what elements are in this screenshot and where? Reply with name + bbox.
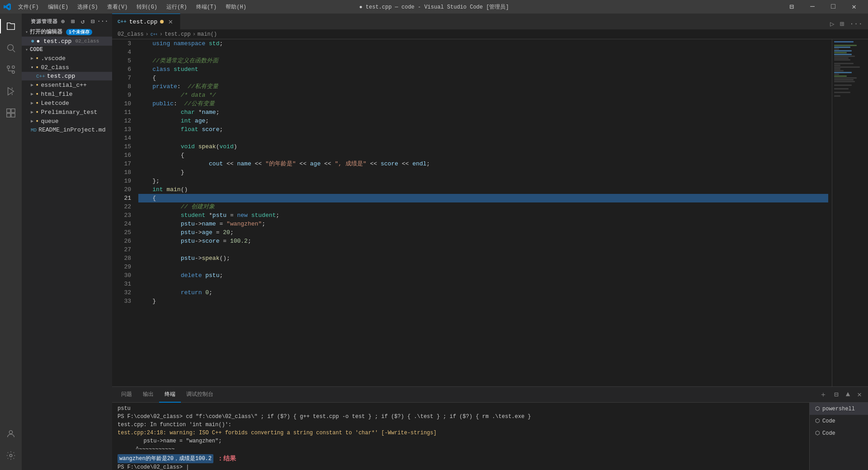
new-folder-button[interactable]: ⊞ [69, 17, 77, 25]
code-line-31 [138, 280, 828, 288]
folder-02class[interactable]: ▾ ▪ 02_class [22, 63, 112, 72]
activitybar-bottom [0, 423, 22, 470]
activitybar-explorer[interactable] [0, 15, 22, 37]
menu-view[interactable]: 查看(V) [104, 2, 132, 12]
breadcrumb: 02_class › C++ › test.cpp › main() [112, 29, 868, 39]
sidebar-tree: ▾ 打开的编辑器 1个未保存 ● ● test.cpp 02_class ▾ C… [22, 27, 112, 470]
menu-run[interactable]: 运行(R) [163, 2, 191, 12]
breadcrumb-part-3[interactable]: test.cpp [165, 31, 191, 38]
folder-queue-icon: ▪ [35, 118, 39, 125]
collapse-all-button[interactable]: ⊟ [89, 17, 97, 25]
code-icon-1: ⬡ [815, 418, 820, 424]
folder-essential[interactable]: ▶ ▪ essential_c++ [22, 80, 112, 89]
menu-help[interactable]: 帮助(H) [222, 2, 250, 12]
code-line-13: float score; [138, 125, 828, 134]
folder-vscode[interactable]: ▶ ▪ .vscode [22, 54, 112, 63]
minimize-button[interactable]: ─ [802, 0, 823, 14]
open-editors-header[interactable]: ▾ 打开的编辑器 1个未保存 [22, 27, 112, 37]
activitybar-source-control[interactable] [0, 59, 22, 80]
folder-html-label: html_file [41, 91, 72, 98]
svg-line-1 [13, 50, 15, 52]
window-title: ● test.cpp — code - Visual Studio Code [… [359, 3, 509, 11]
result-label: ：结果 [217, 455, 236, 463]
activitybar-extensions[interactable] [0, 102, 22, 124]
tab-test-cpp[interactable]: C++ test.cpp ✕ [112, 14, 180, 29]
code-content[interactable]: using namespace std; //类通常定义在函数外面 class … [135, 39, 832, 386]
activitybar-account[interactable] [0, 423, 22, 445]
activitybar-search[interactable] [0, 37, 22, 59]
maximize-panel-button[interactable]: ▲ [843, 390, 853, 400]
menu-edit[interactable]: 编辑(E) [44, 2, 72, 12]
refresh-button[interactable]: ↺ [79, 17, 87, 25]
close-panel-button[interactable]: ✕ [854, 389, 864, 400]
panel-tab-terminal[interactable]: 终端 [159, 387, 181, 403]
activitybar-settings[interactable] [0, 445, 22, 466]
open-editors-section[interactable]: ▾ 打开的编辑器 1个未保存 ● ● test.cpp 02_class [22, 27, 112, 46]
panel-tab-problems[interactable]: 问题 [116, 387, 137, 403]
minimap[interactable] [832, 39, 868, 386]
menu-terminal[interactable]: 终端(T) [193, 2, 221, 12]
run-button[interactable]: ▷ [828, 19, 836, 29]
folder-preliminary[interactable]: ▶ ▪ Preliminary_test [22, 108, 112, 117]
new-file-button[interactable]: ⊕ [59, 17, 67, 25]
powershell-icon: ⬡ [815, 405, 820, 412]
folder-icon: ▪ [35, 55, 39, 62]
code-line-21: { [138, 194, 828, 202]
code-line-25: pstu->age = 20; [138, 228, 828, 237]
code-line-33: } [138, 297, 828, 306]
activitybar-run-debug[interactable] [0, 80, 22, 102]
workspace-header[interactable]: ▾ CODE [22, 46, 112, 54]
terminal-item-powershell[interactable]: ⬡ powershell [810, 403, 868, 415]
cpp-tab-icon: C++ [118, 19, 127, 24]
sidebar-header: 资源管理器 ⊕ ⊞ ↺ ⊟ ··· [22, 14, 112, 27]
code-line-5: //类通常定义在函数外面 [138, 56, 828, 65]
more-editor-button[interactable]: ··· [848, 19, 864, 29]
svg-point-2 [7, 66, 10, 69]
breadcrumb-part-4[interactable]: main() [198, 31, 217, 38]
panel-tab-output[interactable]: 输出 [137, 387, 159, 403]
maximize-button[interactable]: □ [823, 0, 844, 14]
file-readme[interactable]: MD README_inProject.md [22, 126, 112, 134]
menu-file[interactable]: 文件(F) [14, 2, 42, 12]
workspace-section[interactable]: ▾ CODE ▶ ▪ .vscode ▾ ▪ 02_class C++ [22, 46, 112, 134]
restore-layout-button[interactable]: ⊟ [781, 0, 802, 14]
terminal-item-code-1[interactable]: ⬡ Code [810, 415, 868, 427]
split-terminal-button[interactable]: ⊟ [831, 389, 841, 400]
more-button[interactable]: ··· [99, 17, 107, 25]
main-layout: 资源管理器 ⊕ ⊞ ↺ ⊟ ··· ▾ 打开的编辑器 1个未保存 ● ● tes… [0, 14, 868, 470]
menu-goto[interactable]: 转到(G) [133, 2, 161, 12]
folder-html[interactable]: ▶ ▪ html_file [22, 89, 112, 99]
file-test-cpp[interactable]: C++ test.cpp [22, 72, 112, 80]
vscode-logo-icon [4, 3, 11, 10]
code-line-9: /* data */ [138, 91, 828, 99]
panel-tab-debug[interactable]: 调试控制台 [181, 387, 219, 403]
svg-text:C++: C++ [151, 33, 157, 37]
terminal-content[interactable]: pstu PS F:\code\02_class> cd "f:\code\02… [112, 403, 809, 470]
sidebar-actions: ⊕ ⊞ ↺ ⊟ ··· [59, 17, 107, 25]
close-button[interactable]: ✕ [844, 0, 864, 14]
menu-select[interactable]: 选择(S) [74, 2, 102, 12]
terminal-line-1: pstu [118, 404, 804, 413]
breadcrumb-part-2[interactable]: C++ [151, 31, 158, 37]
svg-point-3 [12, 71, 15, 74]
open-file-dir: 02_class [75, 38, 99, 44]
folder-leetcode[interactable]: ▶ ▪ Leetcode [22, 99, 112, 108]
svg-rect-13 [11, 113, 15, 117]
folder-queue[interactable]: ▶ ▪ queue [22, 117, 112, 126]
code-line-26: pstu->score = 100.2; [138, 237, 828, 245]
titlebar: 文件(F) 编辑(E) 选择(S) 查看(V) 转到(G) 运行(R) 终端(T… [0, 0, 868, 14]
terminal-line-3: test.cpp: In function 'int main()': [118, 421, 804, 429]
terminal-item-code-2[interactable]: ⬡ Code [810, 427, 868, 439]
titlebar-menu: 文件(F) 编辑(E) 选择(S) 查看(V) 转到(G) 运行(R) 终端(T… [14, 2, 250, 12]
tab-close-button[interactable]: ✕ [166, 18, 175, 26]
split-editor-button[interactable]: ⊞ [838, 19, 846, 29]
open-file-test-cpp[interactable]: ● ● test.cpp 02_class [22, 37, 112, 46]
cpp-file-icon: ● [31, 38, 34, 45]
add-terminal-button[interactable]: ＋ [817, 389, 830, 400]
terminal-caret-line: ^~~~~~~~~~~~ [118, 445, 804, 453]
breadcrumb-part-1[interactable]: 02_class [118, 31, 144, 38]
code-line-10: public: //公有变量 [138, 99, 828, 108]
terminal-result-line: wangzhen的年龄是20，成绩是100.2 ：结果 [118, 454, 804, 463]
minimap-content [832, 39, 868, 99]
folder-preliminary-label: Preliminary_test [41, 109, 97, 116]
